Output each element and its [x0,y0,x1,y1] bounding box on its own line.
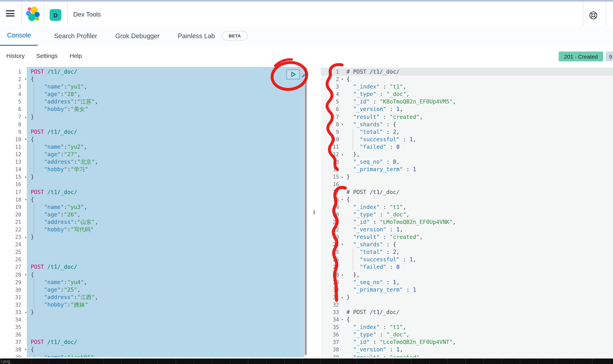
code-line[interactable]: "_index" : "t1", [343,83,613,91]
code-line[interactable]: "_seq_no" : 0, [343,158,613,166]
code-line[interactable]: "name":"jack01", [27,353,304,357]
request-editor[interactable]: POST /t1/_doc/{ "name":"yu1", "age":"28"… [27,67,304,357]
editor-scrollbar[interactable] [305,68,307,355]
code-line[interactable]: "hobby":"学习" [27,166,304,173]
code-line[interactable]: } [27,233,304,241]
code-line[interactable]: { [343,196,613,203]
code-line[interactable] [27,324,304,331]
code-line[interactable]: "successful" : 1, [343,136,613,143]
tab-console[interactable]: Console [0,26,38,46]
fold-toggle-icon[interactable]: ▴ [25,173,27,181]
code-line[interactable]: } [343,173,613,181]
fold-toggle-icon[interactable]: ▾ [25,196,27,203]
code-line[interactable]: "_type" : "_doc", [343,91,613,98]
code-line[interactable] [27,121,304,128]
code-line[interactable]: "result" : "created", [343,113,613,121]
profile-button[interactable] [610,10,613,20]
space-avatar[interactable]: D [50,9,61,21]
code-line[interactable]: { [343,76,613,83]
pane-right[interactable]: 12▾345678▾9101112▴131415▴161718▾19202122… [321,67,613,357]
tab-search-profiler[interactable]: Search Profiler [53,26,99,45]
fold-toggle-icon[interactable]: ▴ [341,271,343,278]
code-line[interactable]: "address":"山东", [27,218,304,226]
code-line[interactable]: "_shards" : { [343,241,613,248]
fold-toggle-icon[interactable]: ▴ [341,294,343,301]
code-line[interactable]: "_version" : 1, [343,346,613,353]
code-line[interactable]: "total" : 2, [343,248,613,256]
fold-toggle-icon[interactable]: ▾ [25,76,27,83]
code-line[interactable]: }, [343,271,613,278]
tab-painless-lab[interactable]: Painless Lab [176,26,216,45]
menu-item-help[interactable]: Help [70,52,82,59]
code-line[interactable]: { [343,316,613,324]
code-line[interactable]: POST /t1/_doc/ [27,128,304,136]
code-line[interactable]: { [27,76,304,83]
code-line[interactable]: "address":"北京", [27,158,304,166]
code-line[interactable]: "age":"28", [27,91,304,98]
code-line[interactable]: "_version" : 1, [343,226,613,233]
code-line[interactable] [27,316,304,324]
menu-item-settings[interactable]: Settings [36,52,57,59]
code-line[interactable]: } [27,309,304,316]
code-line[interactable]: } [27,173,304,181]
help-button[interactable] [588,10,599,20]
fold-toggle-icon[interactable]: ▾ [25,346,27,353]
fold-toggle-icon[interactable]: ▾ [341,196,343,203]
code-line[interactable]: POST /t1/_doc/ [27,188,304,196]
code-line[interactable]: "failed" : 0 [343,263,613,271]
code-line[interactable] [27,256,304,263]
fold-toggle-icon[interactable]: ▾ [341,316,343,324]
code-line[interactable]: { [27,271,304,278]
code-line[interactable]: }, [343,151,613,158]
fold-toggle-icon[interactable]: ▴ [25,233,27,241]
code-line[interactable]: "successful" : 1, [343,256,613,263]
code-line[interactable] [27,331,304,339]
code-line[interactable]: "name":"yu1", [27,83,304,91]
pane-left[interactable]: 12▾34567▴8910▾1112131415▴161718▾19202122… [3,67,304,357]
code-line[interactable]: "name":"yu4", [27,278,304,286]
fold-toggle-icon[interactable]: ▾ [341,76,343,83]
code-line[interactable]: "age":"25", [27,286,304,293]
code-line[interactable]: "name":"yu2", [27,143,304,151]
response-viewer[interactable]: # POST /t1/_doc/{ "_index" : "t1", "_typ… [343,67,613,357]
code-line[interactable]: "name":"yu3", [27,203,304,211]
code-line[interactable]: # POST /t1/_doc/ [343,68,613,76]
fold-toggle-icon[interactable]: ▾ [341,121,343,128]
code-line[interactable]: { [27,136,304,143]
code-line[interactable]: "address":"江苏", [27,98,304,106]
code-line[interactable]: POST /t1/_doc/ [27,263,304,271]
code-line[interactable]: "age":"27", [27,151,304,158]
code-line[interactable]: "_id" : "LcoTmoQB2n_EF0Up4VNT", [343,339,613,346]
code-line[interactable] [27,248,304,256]
code-line[interactable]: "result" : "created", [343,353,613,357]
code-line[interactable]: { [27,196,304,203]
menu-item-history[interactable]: History [6,52,25,59]
code-line[interactable]: "total" : 2, [343,128,613,136]
code-line[interactable] [27,181,304,188]
code-line[interactable]: "_primary_term" : 1 [343,166,613,173]
fold-toggle-icon[interactable]: ▾ [25,136,27,143]
code-line[interactable]: "_index" : "t1", [343,203,613,211]
pane-resizer[interactable]: ‖ [307,67,321,357]
menu-button[interactable] [6,10,14,17]
code-line[interactable]: "age":"26", [27,211,304,218]
code-line[interactable]: "_seq_no" : 1, [343,278,613,286]
fold-toggle-icon[interactable]: ▾ [341,241,343,248]
code-line[interactable]: "result" : "created", [343,233,613,241]
fold-toggle-icon[interactable]: ▴ [25,113,27,121]
code-line[interactable]: } [343,294,613,301]
run-request-button[interactable] [286,69,300,79]
code-line[interactable]: # POST /t1/_doc/ [343,188,613,196]
code-line[interactable]: "hobby":"写代码" [27,226,304,233]
code-line[interactable]: { [27,346,304,353]
code-line[interactable]: "_type" : "_doc", [343,211,613,218]
code-line[interactable]: "_primary_term" : 1 [343,286,613,293]
code-line[interactable]: "failed" : 0 [343,143,613,151]
code-line[interactable]: "_shards" : { [343,121,613,128]
code-line[interactable]: "_id" : "LMoTmoQB2n_EF0Up4VNK", [343,218,613,226]
fold-toggle-icon[interactable]: ▴ [25,309,27,316]
fold-toggle-icon[interactable]: ▾ [25,271,27,278]
fold-toggle-icon[interactable]: ▴ [341,151,343,158]
elastic-logo-icon[interactable] [25,6,41,23]
tab-grok-debugger[interactable]: Grok Debugger [114,26,161,45]
